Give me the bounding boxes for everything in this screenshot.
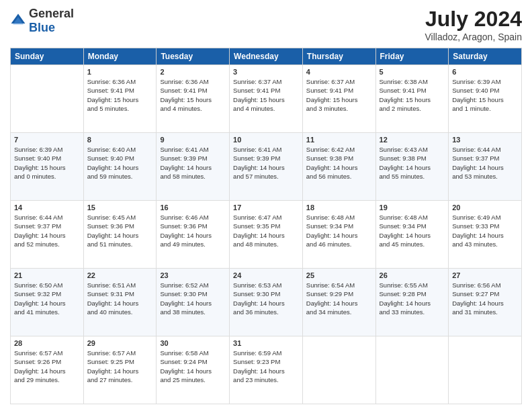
day-number: 18	[306, 203, 372, 212]
day-info: Sunrise: 6:55 AMSunset: 9:28 PMDaylight:…	[380, 281, 445, 316]
day-of-week-friday: Friday	[375, 48, 449, 65]
day-number: 17	[233, 203, 299, 212]
day-of-week-thursday: Thursday	[302, 48, 375, 65]
day-info: Sunrise: 6:37 AMSunset: 9:41 PMDaylight:…	[306, 77, 372, 113]
day-number: 5	[380, 68, 445, 76]
location: Villadoz, Aragon, Spain	[425, 32, 522, 42]
day-number: 12	[380, 136, 445, 144]
calendar-cell: 3Sunrise: 6:37 AMSunset: 9:41 PMDaylight…	[230, 65, 303, 133]
day-number: 29	[87, 339, 153, 347]
day-info: Sunrise: 6:43 AMSunset: 9:38 PMDaylight:…	[380, 145, 445, 181]
day-info: Sunrise: 6:36 AMSunset: 9:41 PMDaylight:…	[87, 77, 153, 113]
calendar-cell: 16Sunrise: 6:46 AMSunset: 9:36 PMDayligh…	[157, 201, 230, 269]
day-info: Sunrise: 6:48 AMSunset: 9:34 PMDaylight:…	[306, 213, 372, 248]
title-block: July 2024 Villadoz, Aragon, Spain	[425, 7, 522, 42]
day-number: 8	[87, 136, 153, 144]
calendar-cell: 1Sunrise: 6:36 AMSunset: 9:41 PMDaylight…	[83, 65, 157, 133]
day-of-week-saturday: Saturday	[449, 48, 522, 65]
calendar-week-2: 7Sunrise: 6:39 AMSunset: 9:40 PMDaylight…	[11, 133, 522, 201]
calendar-cell: 10Sunrise: 6:41 AMSunset: 9:39 PMDayligh…	[230, 133, 303, 201]
day-info: Sunrise: 6:51 AMSunset: 9:31 PMDaylight:…	[87, 281, 153, 316]
calendar-cell: 11Sunrise: 6:42 AMSunset: 9:38 PMDayligh…	[302, 133, 375, 201]
day-number: 2	[160, 68, 226, 76]
day-info: Sunrise: 6:56 AMSunset: 9:27 PMDaylight:…	[452, 281, 518, 316]
calendar-cell: 6Sunrise: 6:39 AMSunset: 9:40 PMDaylight…	[449, 65, 522, 133]
calendar-cell	[375, 336, 449, 404]
day-number: 6	[452, 68, 518, 76]
calendar-cell: 4Sunrise: 6:37 AMSunset: 9:41 PMDaylight…	[302, 65, 375, 133]
calendar-cell: 12Sunrise: 6:43 AMSunset: 9:38 PMDayligh…	[375, 133, 449, 201]
calendar-cell: 13Sunrise: 6:44 AMSunset: 9:37 PMDayligh…	[449, 133, 522, 201]
day-info: Sunrise: 6:36 AMSunset: 9:41 PMDaylight:…	[160, 77, 226, 113]
day-info: Sunrise: 6:50 AMSunset: 9:32 PMDaylight:…	[14, 281, 80, 316]
calendar-cell: 27Sunrise: 6:56 AMSunset: 9:27 PMDayligh…	[449, 269, 522, 336]
calendar-cell: 15Sunrise: 6:45 AMSunset: 9:36 PMDayligh…	[83, 201, 157, 269]
day-number: 7	[14, 136, 80, 144]
day-number: 30	[160, 339, 226, 347]
day-number: 25	[306, 271, 372, 279]
calendar-week-3: 14Sunrise: 6:44 AMSunset: 9:37 PMDayligh…	[11, 201, 522, 269]
calendar-week-1: 1Sunrise: 6:36 AMSunset: 9:41 PMDaylight…	[11, 65, 522, 133]
calendar-cell	[302, 336, 375, 404]
day-info: Sunrise: 6:49 AMSunset: 9:33 PMDaylight:…	[452, 213, 518, 248]
day-info: Sunrise: 6:41 AMSunset: 9:39 PMDaylight:…	[233, 145, 299, 181]
day-number: 26	[380, 271, 445, 279]
calendar-cell	[11, 65, 84, 133]
day-number: 11	[306, 136, 372, 144]
day-info: Sunrise: 6:57 AMSunset: 9:26 PMDaylight:…	[14, 349, 80, 384]
calendar-week-4: 21Sunrise: 6:50 AMSunset: 9:32 PMDayligh…	[11, 269, 522, 336]
calendar-cell: 18Sunrise: 6:48 AMSunset: 9:34 PMDayligh…	[302, 201, 375, 269]
header: General Blue July 2024 Villadoz, Aragon,…	[10, 7, 522, 42]
day-number: 22	[87, 271, 153, 279]
calendar-cell: 5Sunrise: 6:38 AMSunset: 9:41 PMDaylight…	[375, 65, 449, 133]
day-number: 31	[233, 339, 299, 347]
calendar-cell: 20Sunrise: 6:49 AMSunset: 9:33 PMDayligh…	[449, 201, 522, 269]
day-of-week-wednesday: Wednesday	[230, 48, 303, 65]
calendar-cell: 22Sunrise: 6:51 AMSunset: 9:31 PMDayligh…	[83, 269, 157, 336]
day-number: 10	[233, 136, 299, 144]
calendar-cell: 26Sunrise: 6:55 AMSunset: 9:28 PMDayligh…	[375, 269, 449, 336]
day-info: Sunrise: 6:44 AMSunset: 9:37 PMDaylight:…	[452, 145, 518, 181]
day-info: Sunrise: 6:40 AMSunset: 9:40 PMDaylight:…	[87, 145, 153, 181]
calendar-cell: 9Sunrise: 6:41 AMSunset: 9:39 PMDaylight…	[157, 133, 230, 201]
day-info: Sunrise: 6:37 AMSunset: 9:41 PMDaylight:…	[233, 77, 299, 113]
logo-blue: Blue	[29, 21, 55, 34]
day-info: Sunrise: 6:39 AMSunset: 9:40 PMDaylight:…	[14, 145, 80, 181]
day-info: Sunrise: 6:57 AMSunset: 9:25 PMDaylight:…	[87, 349, 153, 384]
day-number: 3	[233, 68, 299, 76]
calendar-cell: 21Sunrise: 6:50 AMSunset: 9:32 PMDayligh…	[11, 269, 84, 336]
day-number: 9	[160, 136, 226, 144]
day-number: 23	[160, 271, 226, 279]
day-info: Sunrise: 6:38 AMSunset: 9:41 PMDaylight:…	[380, 77, 445, 113]
day-number: 24	[233, 271, 299, 279]
day-number: 14	[14, 203, 80, 212]
logo-text: General Blue	[29, 7, 74, 35]
day-of-week-tuesday: Tuesday	[157, 48, 230, 65]
day-info: Sunrise: 6:59 AMSunset: 9:23 PMDaylight:…	[233, 349, 299, 384]
day-info: Sunrise: 6:54 AMSunset: 9:29 PMDaylight:…	[306, 281, 372, 316]
day-of-week-sunday: Sunday	[11, 48, 84, 65]
day-info: Sunrise: 6:53 AMSunset: 9:30 PMDaylight:…	[233, 281, 299, 316]
day-number: 13	[452, 136, 518, 144]
day-info: Sunrise: 6:42 AMSunset: 9:38 PMDaylight:…	[306, 145, 372, 181]
calendar-cell: 8Sunrise: 6:40 AMSunset: 9:40 PMDaylight…	[83, 133, 157, 201]
day-info: Sunrise: 6:58 AMSunset: 9:24 PMDaylight:…	[160, 349, 226, 384]
day-number: 4	[306, 68, 372, 76]
calendar-cell: 29Sunrise: 6:57 AMSunset: 9:25 PMDayligh…	[83, 336, 157, 404]
calendar-week-5: 28Sunrise: 6:57 AMSunset: 9:26 PMDayligh…	[11, 336, 522, 404]
page: General Blue July 2024 Villadoz, Aragon,…	[0, 0, 532, 411]
day-number: 19	[380, 203, 445, 212]
day-info: Sunrise: 6:39 AMSunset: 9:40 PMDaylight:…	[452, 77, 518, 113]
calendar-table: SundayMondayTuesdayWednesdayThursdayFrid…	[10, 48, 522, 404]
day-number: 21	[14, 271, 80, 279]
calendar-cell: 25Sunrise: 6:54 AMSunset: 9:29 PMDayligh…	[302, 269, 375, 336]
day-number: 15	[87, 203, 153, 212]
day-info: Sunrise: 6:44 AMSunset: 9:37 PMDaylight:…	[14, 213, 80, 248]
calendar-cell: 28Sunrise: 6:57 AMSunset: 9:26 PMDayligh…	[11, 336, 84, 404]
calendar-cell: 14Sunrise: 6:44 AMSunset: 9:37 PMDayligh…	[11, 201, 84, 269]
day-info: Sunrise: 6:45 AMSunset: 9:36 PMDaylight:…	[87, 213, 153, 248]
calendar-cell: 24Sunrise: 6:53 AMSunset: 9:30 PMDayligh…	[230, 269, 303, 336]
calendar-cell: 30Sunrise: 6:58 AMSunset: 9:24 PMDayligh…	[157, 336, 230, 404]
day-number: 16	[160, 203, 226, 212]
calendar-cell: 31Sunrise: 6:59 AMSunset: 9:23 PMDayligh…	[230, 336, 303, 404]
